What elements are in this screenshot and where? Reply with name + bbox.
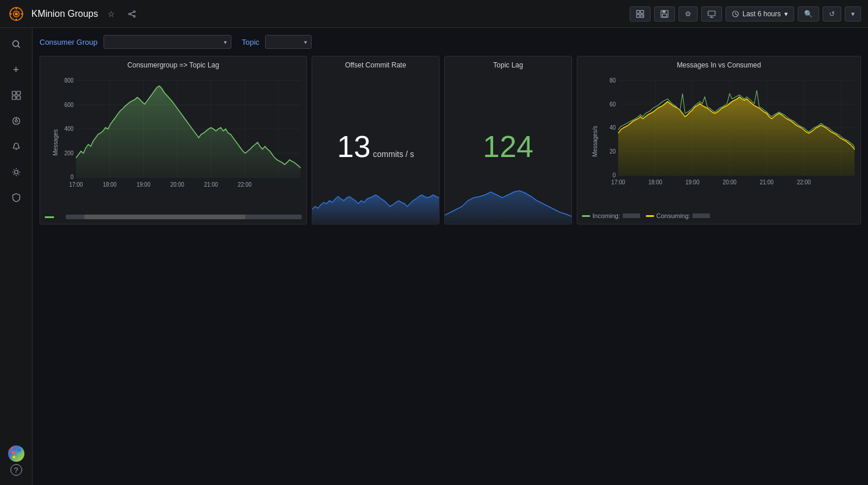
panel-topic-lag: Consumergroup => Topic Lag Messages <box>40 56 307 224</box>
topic-label: Topic <box>242 38 259 47</box>
save-button[interactable] <box>654 6 675 22</box>
sidebar-alerts[interactable] <box>5 135 28 158</box>
svg-rect-19 <box>662 14 666 17</box>
panel-topic-lag-stat-body: 124 <box>445 72 571 224</box>
svg-text:18:00: 18:00 <box>648 179 662 186</box>
sidebar-config[interactable] <box>5 161 28 184</box>
topic-select[interactable] <box>265 35 312 49</box>
top-nav: KMinion Groups ☆ + ⚙ Last 6 hours ▾ 🔍 ↺ … <box>0 0 868 28</box>
refresh-button[interactable]: ↺ <box>823 6 841 22</box>
svg-text:20:00: 20:00 <box>723 179 737 186</box>
topic-lag-chart: 0 200 400 600 800 17:00 18:00 19:00 20:0… <box>56 74 302 195</box>
panel-legend <box>40 213 306 224</box>
topic-select-wrap[interactable] <box>265 35 312 49</box>
svg-text:21:00: 21:00 <box>204 181 218 188</box>
svg-text:22:00: 22:00 <box>797 179 811 186</box>
panel-topic-lag-stat-title: Topic Lag <box>445 56 571 72</box>
main-content: Consumer Group Topic Consumergroup => To… <box>33 28 868 485</box>
svg-rect-29 <box>17 91 20 95</box>
svg-rect-12 <box>637 10 640 13</box>
sidebar: + ? <box>0 28 33 485</box>
y-axis-label: Messages <box>52 129 59 156</box>
svg-point-39 <box>17 448 21 452</box>
app-logo <box>7 5 26 23</box>
svg-text:19:00: 19:00 <box>685 179 699 186</box>
svg-text:0: 0 <box>70 174 74 180</box>
svg-point-9 <box>128 13 130 15</box>
dashboard-grid: Consumergroup => Topic Lag Messages <box>40 56 861 224</box>
commit-rate-value: 13 <box>337 131 371 162</box>
panel-messages-in-vs-consumed: Messages In vs Consumed Messages/s <box>577 56 861 224</box>
zoom-out-button[interactable]: 🔍 <box>798 6 819 22</box>
stat-value-row: 13 commits / s <box>337 131 415 162</box>
svg-text:400: 400 <box>65 126 74 132</box>
sidebar-bottom: ? <box>8 445 24 480</box>
settings-button[interactable]: ⚙ <box>678 6 698 22</box>
share-button[interactable] <box>124 8 140 20</box>
svg-point-33 <box>15 120 17 122</box>
svg-text:20:00: 20:00 <box>170 181 184 188</box>
legend-color-green <box>45 216 54 218</box>
messages-legend: Incoming: Consuming: <box>577 211 860 224</box>
sidebar-help[interactable]: ? <box>10 464 22 476</box>
topic-lag-value: 124 <box>483 131 534 162</box>
sparkline-chart <box>312 174 439 224</box>
svg-line-25 <box>735 14 737 15</box>
svg-text:20: 20 <box>609 148 616 155</box>
consuming-color <box>646 215 654 217</box>
sidebar-search[interactable] <box>5 33 28 56</box>
add-panel-button[interactable]: + <box>630 6 651 22</box>
consuming-legend: Consuming: <box>646 212 710 219</box>
tv-mode-button[interactable] <box>701 6 722 22</box>
svg-text:40: 40 <box>609 124 616 131</box>
sidebar-explore[interactable] <box>5 109 28 133</box>
scrollbar-track[interactable] <box>66 215 302 219</box>
svg-text:22:00: 22:00 <box>238 181 252 188</box>
svg-point-8 <box>133 15 135 17</box>
refresh-expand-button[interactable]: ▾ <box>845 6 861 22</box>
svg-text:60: 60 <box>609 101 616 107</box>
consuming-swatch <box>692 213 710 218</box>
time-range-picker[interactable]: Last 6 hours ▾ <box>726 6 794 22</box>
sidebar-shield[interactable] <box>5 186 28 209</box>
svg-rect-14 <box>637 15 640 17</box>
svg-point-41 <box>12 456 15 459</box>
consumer-group-label: Consumer Group <box>40 38 98 47</box>
svg-text:17:00: 17:00 <box>69 181 83 188</box>
svg-line-10 <box>130 12 133 13</box>
svg-rect-20 <box>708 11 715 16</box>
messages-y-axis-label: Messages/s <box>592 126 598 156</box>
panel-offset-commit-body: 13 commits / s <box>312 72 439 224</box>
svg-text:600: 600 <box>65 101 74 108</box>
sidebar-dashboards[interactable] <box>5 84 28 107</box>
panel-offset-commit-title: Offset Commit Rate <box>312 56 439 72</box>
star-button[interactable]: ☆ <box>104 7 119 21</box>
svg-text:18:00: 18:00 <box>103 181 117 188</box>
scrollbar-thumb <box>84 215 245 219</box>
panel-offset-commit-rate: Offset Commit Rate 13 commits / s <box>312 56 440 224</box>
consumer-group-select[interactable] <box>103 35 231 49</box>
page-title: KMinion Groups <box>31 9 98 19</box>
incoming-color <box>582 215 590 217</box>
svg-rect-30 <box>12 96 16 99</box>
time-range-label: Last 6 hours <box>742 10 781 18</box>
user-avatar[interactable] <box>8 445 24 462</box>
messages-chart: 0 20 40 60 80 17:00 18:00 19:00 20:00 21… <box>596 74 856 192</box>
svg-line-11 <box>130 14 133 15</box>
consuming-label: Consuming: <box>656 212 691 219</box>
sidebar-add[interactable]: + <box>5 58 28 81</box>
nav-right: + ⚙ Last 6 hours ▾ 🔍 ↺ ▾ <box>630 6 861 22</box>
filter-bar: Consumer Group Topic <box>40 35 861 49</box>
svg-text:80: 80 <box>609 77 616 83</box>
panel-topic-lag-stat: Topic Lag 124 <box>444 56 572 224</box>
svg-text:800: 800 <box>65 77 74 84</box>
consumer-group-select-wrap[interactable] <box>103 35 231 49</box>
sparkline-container <box>312 174 439 224</box>
svg-text:21:00: 21:00 <box>760 179 774 186</box>
topic-lag-sparkline <box>445 174 571 224</box>
topic-lag-sparkline-chart <box>445 174 571 224</box>
svg-point-26 <box>13 41 19 47</box>
panel-topic-lag-body: Messages 0 200 <box>40 72 306 213</box>
panel-topic-lag-title: Consumergroup => Topic Lag <box>40 56 306 72</box>
svg-text:19:00: 19:00 <box>137 181 151 188</box>
